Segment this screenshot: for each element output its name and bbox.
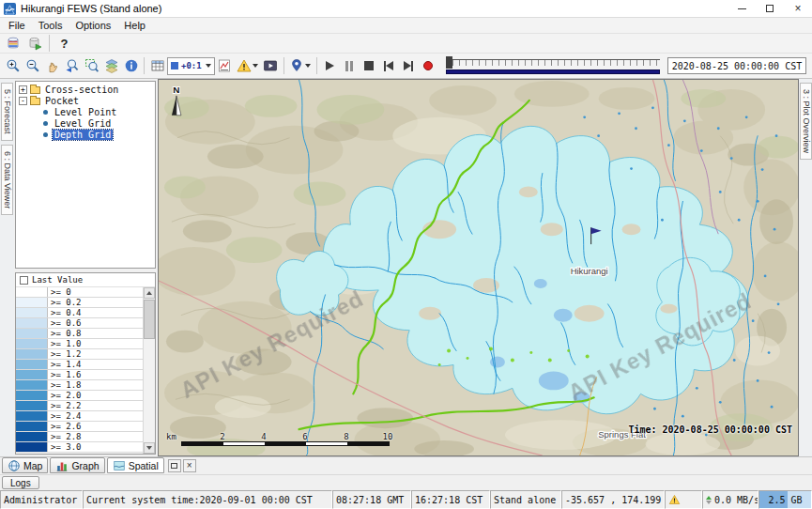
zoom-extent-button[interactable]: [82, 56, 101, 76]
expand-icon[interactable]: +: [19, 85, 27, 94]
legend-header: Last Value: [16, 273, 155, 287]
zoom-previous-button[interactable]: [62, 56, 82, 76]
map-canvas[interactable]: Hikurangi Springs Flat API Key Required …: [159, 80, 798, 455]
panel-maximize-button[interactable]: [168, 459, 181, 472]
folder-icon: [30, 86, 40, 94]
location-marker-button[interactable]: [287, 56, 314, 76]
time-slider[interactable]: [446, 56, 660, 75]
animation-export-button[interactable]: [261, 56, 281, 76]
zoom-in-button[interactable]: [3, 56, 23, 76]
network-arrows-icon: [706, 496, 712, 504]
menu-item[interactable]: File: [2, 19, 32, 32]
collapse-icon[interactable]: -: [19, 97, 27, 105]
database-button[interactable]: [3, 34, 23, 54]
record-icon: [423, 61, 433, 70]
last-value-checkbox[interactable]: [20, 276, 28, 285]
tree-node-label[interactable]: Level Grid: [53, 118, 113, 129]
legend-swatch: [16, 349, 48, 359]
warning-icon: [237, 58, 252, 73]
tab-spatial[interactable]: Spatial: [107, 457, 164, 473]
tree-node-label[interactable]: Level Point: [53, 107, 118, 117]
minimize-icon: [738, 8, 746, 9]
scrollbar-thumb[interactable]: [144, 300, 155, 339]
zoom-out-button[interactable]: [23, 56, 42, 76]
status-mode: Stand alone: [490, 490, 561, 509]
scale-tick: 10: [383, 432, 393, 441]
legend-row: >= 1.8: [16, 380, 143, 391]
maximize-button[interactable]: [756, 0, 784, 17]
toolbar-separator: [144, 57, 145, 74]
legend-label: >= 1.0: [48, 339, 84, 348]
profile-button[interactable]: [215, 56, 235, 76]
tab-graph[interactable]: Graph: [50, 457, 104, 473]
legend-swatch: [16, 432, 48, 441]
close-button[interactable]: ×: [784, 0, 812, 17]
legend-swatch: [16, 422, 48, 431]
title-bar: Hikurangi FEWS (Stand alone) ×: [0, 0, 812, 18]
pause-button[interactable]: [340, 56, 360, 76]
toolbar-separator: [283, 57, 284, 74]
tree-node-label-selected[interactable]: Depth Grid: [53, 130, 113, 140]
time-interval-selector[interactable]: +0:1: [167, 57, 215, 75]
logs-button[interactable]: Logs: [2, 476, 39, 489]
panel-close-button[interactable]: ×: [183, 459, 196, 472]
tree-node-label[interactable]: Cross-section: [43, 85, 120, 95]
help-button[interactable]: ?: [54, 34, 74, 54]
chevron-down-icon: [305, 64, 311, 68]
legend-scrollbar[interactable]: [143, 287, 155, 454]
status-warning[interactable]: [665, 490, 702, 509]
pan-hand-icon: [45, 58, 60, 73]
tree-node-cross-section[interactable]: + Cross-section: [16, 84, 155, 95]
grid-display-button[interactable]: [147, 56, 167, 76]
status-system-time: Current system time:2020-09-01 00:00 CST: [83, 490, 332, 509]
spatial-map-view[interactable]: Hikurangi Springs Flat API Key Required …: [158, 79, 799, 456]
record-button[interactable]: [419, 56, 438, 76]
profile-icon: [217, 58, 232, 73]
left-dock-strip: 5 : Forecast 6 : Data Viewer: [0, 79, 14, 456]
menu-item[interactable]: Tools: [32, 19, 69, 32]
first-step-button[interactable]: [379, 56, 399, 76]
time-slider-handle[interactable]: [446, 56, 452, 69]
tree-node-pocket[interactable]: - Pocket: [16, 95, 155, 106]
tab-plot-overview[interactable]: 3 : Plot Overview: [800, 83, 812, 160]
scroll-up-button[interactable]: [144, 287, 155, 299]
window-controls: ×: [728, 0, 812, 17]
scroll-down-button[interactable]: [144, 442, 155, 454]
movie-icon: [263, 58, 278, 73]
legend-swatch: [16, 308, 48, 317]
status-coordinates: -35.657 , 174.199: [561, 490, 665, 509]
legend-row: >= 0.4: [16, 308, 143, 318]
legend-swatch: [16, 411, 48, 421]
legend-label: >= 2.8: [48, 432, 84, 441]
legend-label: >= 0: [48, 287, 74, 297]
minimize-button[interactable]: [728, 0, 756, 17]
tree-node-level-point[interactable]: Level Point: [16, 106, 155, 117]
scale-bar-line: [181, 441, 390, 446]
pan-button[interactable]: [42, 56, 62, 76]
toolbar-separator: [316, 57, 317, 74]
scale-tick-labels: 246810: [181, 432, 393, 441]
tree-node-depth-grid[interactable]: Depth Grid: [16, 129, 155, 140]
status-memory-value: 2.5 GB: [768, 495, 802, 505]
import-button[interactable]: [24, 34, 44, 54]
chart-icon: [55, 459, 69, 472]
status-network: 0.0 MB/s: [702, 490, 758, 509]
tree-node-level-grid[interactable]: Level Grid: [16, 117, 155, 129]
tree-node-label[interactable]: Pocket: [43, 96, 81, 106]
play-button[interactable]: [320, 56, 340, 76]
warnings-button[interactable]: [235, 56, 261, 76]
layers-button[interactable]: [101, 56, 121, 76]
info-button[interactable]: [121, 56, 141, 76]
menu-item[interactable]: Options: [69, 19, 117, 32]
tab-forecast[interactable]: 5 : Forecast: [1, 83, 13, 141]
last-step-button[interactable]: [399, 56, 419, 76]
menu-item[interactable]: Help: [117, 19, 152, 32]
map-pin-icon: [289, 58, 304, 73]
tab-map[interactable]: Map: [2, 457, 48, 473]
legend-row: >= 3.0: [16, 442, 143, 453]
legend-swatch: [16, 391, 48, 400]
tab-graph-label: Graph: [71, 460, 99, 471]
spatial-map-icon: [113, 459, 126, 472]
tab-data-viewer[interactable]: 6 : Data Viewer: [1, 145, 13, 215]
stop-button[interactable]: [360, 56, 379, 76]
